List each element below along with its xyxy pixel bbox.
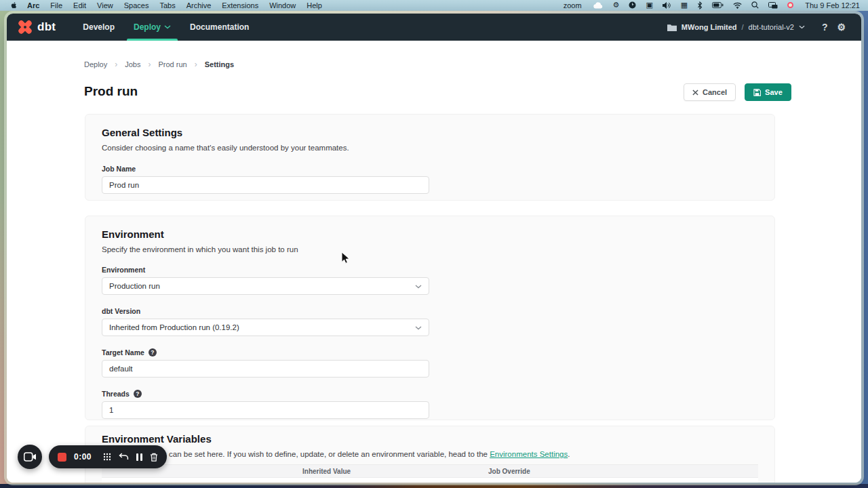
help-button[interactable]: ? [817,14,833,41]
menu-spaces[interactable]: Spaces [119,1,155,9]
menu-view[interactable]: View [92,1,119,9]
primary-nav: Develop Deploy Documentation [73,14,258,41]
chevron-down-icon [415,285,422,289]
breadcrumb-settings: Settings [205,60,234,68]
general-settings-card: General Settings Consider choosing a nam… [85,114,775,201]
screen-mirroring-icon[interactable] [765,2,781,9]
chevron-down-icon [799,25,805,29]
job-settings-page: Deploy › Jobs › Prod run › Settings Prod… [7,41,861,483]
delete-recording-button[interactable] [150,453,158,462]
env-var-table-header: Inherited Value Job Override [102,464,758,478]
threads-input[interactable] [102,401,429,419]
wifi-icon[interactable] [730,2,745,9]
environment-select[interactable]: Production run [102,277,429,295]
effects-grid-button[interactable] [103,453,111,461]
threads-label: Threads ? [102,390,758,398]
macos-menubar: Arc File Edit View Spaces Tabs Archive E… [0,0,868,11]
recording-status-icon[interactable] [784,2,797,8]
help-tooltip-icon[interactable]: ? [134,390,142,398]
menu-archive[interactable]: Archive [181,1,217,9]
app-box-status-icon[interactable]: ▣ [642,1,656,9]
section-heading: Environment [102,228,758,240]
breadcrumb-separator: › [149,60,151,69]
record-stop-button[interactable] [58,453,66,462]
menu-window[interactable]: Window [264,1,301,9]
environments-settings-link[interactable]: Environments Settings [490,450,568,458]
restart-recording-button[interactable] [119,453,129,461]
environment-card: Environment Specify the environment in w… [85,216,775,420]
section-heading: Environment Variables [102,433,758,445]
project-name: dbt-tutorial-v2 [749,23,794,31]
gear-status-icon[interactable]: ⚙ [610,1,623,9]
chevron-down-icon [164,25,171,29]
keyboard-status-icon[interactable]: ▦ [677,1,691,9]
trash-icon [150,453,158,462]
page-actions: Cancel Save [684,83,791,101]
browser-window: dbt Develop Deploy Documentation MWong L… [7,14,861,483]
column-inherited-value: Inherited Value [301,468,487,475]
section-description: Consider choosing a name that's easily u… [102,144,758,152]
env-var-table-row [102,478,758,483]
settings-gear-button[interactable]: ⚙ [832,14,850,41]
close-icon [692,89,698,96]
menu-help[interactable]: Help [301,1,328,9]
menu-arc[interactable]: Arc [22,1,45,9]
dbt-version-label: dbt Version [102,307,758,315]
target-name-input[interactable] [102,360,429,378]
save-icon [753,89,761,96]
account-switcher[interactable]: MWong Limited / dbt-tutorial-v2 [667,23,805,31]
cancel-button[interactable]: Cancel [684,83,736,101]
env-var-table: Inherited Value Job Override [102,464,758,483]
nav-documentation[interactable]: Documentation [180,14,258,41]
menubar-clock[interactable]: Thu 9 Feb 12:21 [800,1,861,9]
account-separator: / [742,23,744,31]
recording-time: 0:00 [74,452,92,462]
menu-edit[interactable]: Edit [68,1,92,9]
menu-extensions[interactable]: Extensions [216,1,264,9]
menu-tabs[interactable]: Tabs [154,1,180,9]
clock-status-icon[interactable] [625,1,639,9]
column-job-override: Job Override [487,468,758,475]
video-camera-icon [24,452,37,462]
help-tooltip-icon[interactable]: ? [149,348,157,357]
dbt-header: dbt Develop Deploy Documentation MWong L… [7,14,861,41]
cloud-status-icon[interactable] [590,2,607,9]
chevron-down-icon [415,326,422,330]
dbt-version-select[interactable]: Inherited from Production run (0.19.2) [102,319,429,336]
menu-zoom-app[interactable]: zoom [558,1,587,9]
job-name-input[interactable] [102,176,429,194]
undo-icon [119,453,129,461]
pause-recording-button[interactable] [136,453,142,461]
nav-develop[interactable]: Develop [73,14,124,41]
folder-icon [667,24,677,31]
spotlight-search-icon[interactable] [748,1,762,9]
section-description: Job level overrides can be set here. If … [102,450,758,458]
mouse-cursor [341,251,350,267]
desktop-bottom-edge [0,484,868,488]
section-description: Specify the environment in which you wan… [102,245,758,253]
environment-label: Environment [102,266,758,274]
breadcrumb-prod-run[interactable]: Prod run [159,60,187,68]
account-name: MWong Limited [682,23,737,31]
recorder-camera-button[interactable] [18,445,42,469]
breadcrumb: Deploy › Jobs › Prod run › Settings [84,60,234,69]
battery-icon[interactable] [709,2,727,8]
nav-deploy[interactable]: Deploy [124,14,180,41]
breadcrumb-jobs[interactable]: Jobs [125,60,140,68]
save-button[interactable]: Save [745,83,791,101]
job-name-label: Job Name [102,165,758,173]
section-heading: General Settings [102,127,758,138]
breadcrumb-deploy[interactable]: Deploy [84,60,107,68]
breadcrumb-separator: › [195,60,197,69]
breadcrumb-separator: › [115,60,117,69]
bluetooth-icon[interactable] [694,1,706,9]
environment-variables-card: Environment Variables Job level override… [85,426,775,483]
menu-file[interactable]: File [45,1,68,9]
volume-icon[interactable] [659,2,675,9]
dbt-brand-name: dbt [37,20,56,34]
dbt-logo-icon [18,20,33,35]
apple-menu-icon[interactable] [7,1,22,10]
target-name-label: Target Name ? [102,348,758,357]
dbt-brand[interactable]: dbt [18,20,56,35]
recorder-toolbar: 0:00 [49,445,167,468]
